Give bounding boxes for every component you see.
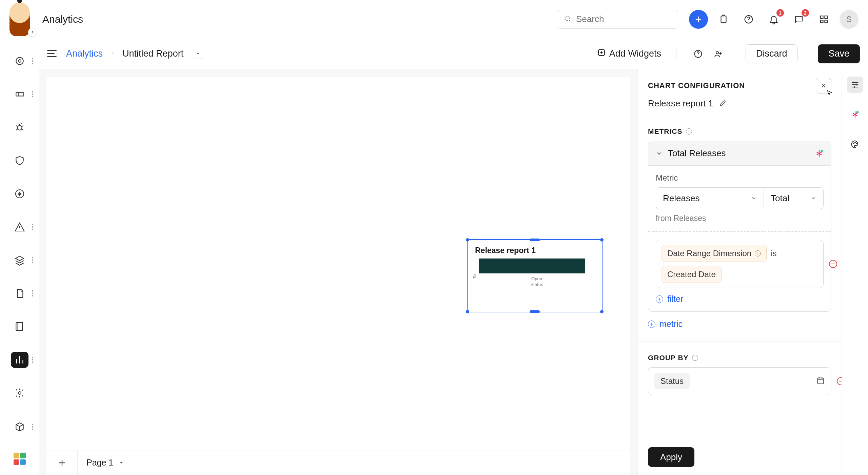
- page-tab-label: Page 1: [86, 458, 113, 468]
- nav-layers-icon[interactable]: [11, 252, 28, 268]
- toolbar-help-icon[interactable]: [691, 47, 705, 61]
- report-canvas[interactable]: Release report 1 Tot… Open Status: [46, 77, 630, 450]
- resize-handle[interactable]: [530, 310, 540, 313]
- info-icon[interactable]: i: [692, 355, 698, 361]
- widget-title: Release report 1: [468, 240, 602, 259]
- chevron-down-icon: [751, 195, 757, 201]
- breadcrumb-root-link[interactable]: Analytics: [66, 48, 103, 59]
- remove-groupby-button[interactable]: [837, 377, 842, 385]
- add-page-button[interactable]: [46, 450, 78, 475]
- chat-icon[interactable]: 2: [789, 10, 808, 29]
- nav-bug-icon[interactable]: [11, 119, 28, 136]
- metric-select[interactable]: Releases: [656, 187, 764, 209]
- chart-xtick: Open: [479, 276, 594, 281]
- resize-handle[interactable]: [600, 310, 604, 313]
- add-widgets-button[interactable]: Add Widgets: [597, 48, 661, 59]
- discard-button[interactable]: Discard: [746, 44, 798, 63]
- nav-book-icon[interactable]: [11, 318, 28, 335]
- tool-palette-icon[interactable]: [847, 136, 863, 152]
- nav-doc-icon[interactable]: [11, 285, 28, 302]
- filter-chip-date-range[interactable]: Date Range Dimension i: [662, 245, 767, 262]
- svg-point-20: [856, 143, 857, 144]
- chart-name: Release report 1: [648, 98, 713, 109]
- nav-package-icon[interactable]: [11, 418, 28, 436]
- panel-tool-rail: [842, 69, 868, 475]
- nav-ticket-icon[interactable]: [11, 86, 28, 102]
- global-add-button[interactable]: [689, 10, 708, 29]
- badge-chat: 2: [802, 9, 809, 17]
- widget-release-report[interactable]: Release report 1 Tot… Open Status: [467, 239, 603, 312]
- nav-settings-icon[interactable]: [11, 385, 28, 401]
- resize-handle[interactable]: [466, 310, 469, 313]
- breadcrumb-current: Untitled Report: [122, 48, 183, 59]
- divider: [648, 231, 831, 232]
- chevron-down-icon: [656, 150, 663, 157]
- svg-rect-5: [821, 20, 823, 23]
- apps-icon[interactable]: [814, 10, 833, 29]
- page-tab-1[interactable]: Page 1: [78, 450, 133, 475]
- help-icon[interactable]: [739, 10, 758, 29]
- report-dropdown-button[interactable]: [193, 49, 203, 59]
- tool-sliders-icon[interactable]: [847, 77, 863, 93]
- svg-point-17: [856, 111, 859, 113]
- nav-bolt-icon[interactable]: [11, 186, 28, 202]
- page-tabs: Page 1: [46, 450, 630, 475]
- add-filter-link[interactable]: + filter: [656, 294, 824, 304]
- svg-point-14: [716, 51, 718, 54]
- resize-handle[interactable]: [600, 238, 604, 242]
- metric-field-label: Metric: [656, 173, 824, 183]
- chevron-down-icon: [119, 458, 124, 468]
- metric-from-text: from Releases: [656, 214, 824, 223]
- chevron-down-icon: [810, 195, 816, 201]
- filter-is-text: is: [771, 249, 776, 258]
- left-nav-rail: [0, 39, 39, 475]
- share-users-icon[interactable]: [712, 47, 725, 61]
- apply-button[interactable]: Apply: [648, 447, 694, 467]
- save-button[interactable]: Save: [818, 44, 860, 63]
- metric-select-value: Releases: [663, 193, 699, 204]
- resize-handle[interactable]: [466, 238, 469, 242]
- panel-title: CHART CONFIGURATION: [648, 81, 745, 90]
- close-panel-button[interactable]: [816, 78, 831, 94]
- brand-avatar[interactable]: [0, 0, 39, 39]
- add-metric-link[interactable]: + metric: [648, 319, 831, 329]
- zoho-logo-icon[interactable]: [14, 453, 26, 465]
- resize-handle[interactable]: [530, 239, 540, 241]
- groupby-chip[interactable]: Status: [654, 373, 690, 389]
- svg-point-11: [18, 392, 21, 394]
- nav-shield-icon[interactable]: [11, 152, 28, 169]
- chart-ylabel: Tot…: [473, 270, 477, 278]
- groupby-field[interactable]: Status: [648, 367, 831, 395]
- calendar-icon[interactable]: [816, 376, 825, 386]
- aggregation-select[interactable]: Total: [764, 187, 824, 209]
- notifications-bell-icon[interactable]: 1: [764, 10, 783, 29]
- info-icon[interactable]: i: [686, 128, 692, 135]
- aggregation-select-value: Total: [771, 193, 789, 204]
- global-search[interactable]: [557, 10, 678, 29]
- nav-analytics-icon[interactable]: [11, 352, 28, 368]
- svg-point-8: [18, 60, 21, 62]
- svg-rect-1: [721, 16, 726, 23]
- clipboard-icon[interactable]: [714, 10, 733, 29]
- metric-card-header[interactable]: Total Releases: [648, 141, 831, 166]
- nav-alert-icon[interactable]: [11, 219, 28, 235]
- hamburger-menu-icon[interactable]: [47, 48, 59, 60]
- search-input[interactable]: [576, 14, 686, 24]
- expand-sidebar-button[interactable]: [28, 28, 37, 37]
- plus-square-icon: [597, 48, 606, 59]
- remove-filter-button[interactable]: [829, 260, 837, 268]
- svg-rect-4: [825, 16, 828, 19]
- tool-sparkle-icon[interactable]: [847, 106, 863, 123]
- nav-target-icon[interactable]: [11, 53, 28, 69]
- user-avatar[interactable]: S: [840, 10, 859, 29]
- metric-card: Total Releases Metric Releases: [648, 141, 831, 312]
- svg-point-18: [853, 143, 854, 144]
- plus-circle-icon: +: [648, 321, 655, 328]
- filter-chip-created-date[interactable]: Created Date: [662, 266, 722, 283]
- widget-chart: Tot… Open Status: [468, 259, 602, 290]
- breadcrumb-toolbar: Analytics Untitled Report Add Widgets Di…: [39, 39, 868, 69]
- edit-name-icon[interactable]: [719, 99, 727, 108]
- metrics-section-label: METRICS: [648, 127, 683, 136]
- chart-xlabel: Status: [479, 282, 594, 287]
- info-icon[interactable]: i: [755, 250, 761, 256]
